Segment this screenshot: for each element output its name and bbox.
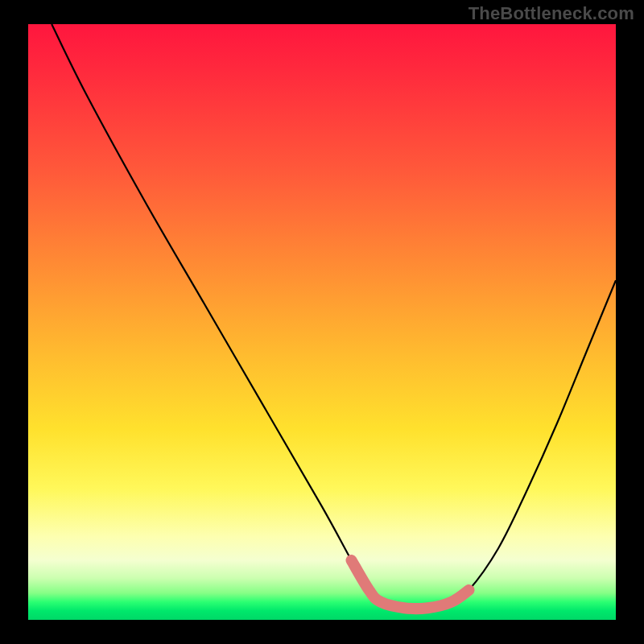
chart-frame: TheBottleneck.com (0, 0, 644, 644)
plot-area (28, 24, 616, 620)
optimal-range-marker (28, 24, 616, 620)
marker-path (352, 560, 469, 609)
watermark-text: TheBottleneck.com (469, 3, 634, 24)
